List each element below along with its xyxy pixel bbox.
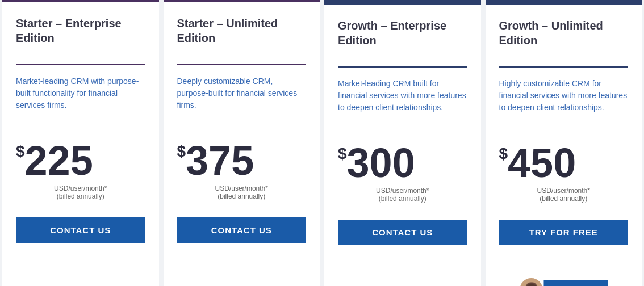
plan-title-starter-enterprise: Starter – Enterprise Edition [16,16,145,56]
pricing-grid: Starter – Enterprise Edition Market-lead… [0,0,644,286]
plan-description-starter-enterprise: Market-leading CRM with purpose-built fu… [16,75,145,127]
contact-us-button-starter-unlimited[interactable]: CONTACT US [177,217,307,243]
plan-price-row-starter-unlimited: $ 375 [177,140,254,181]
plan-title-starter-unlimited: Starter – Unlimited Edition [177,16,307,56]
plan-price-section-growth-enterprise: $ 300 USD/user/month*(billed annually) [338,142,467,203]
plan-price-section-starter-unlimited: $ 375 USD/user/month*(billed annually) [177,140,307,200]
plan-price-section-starter-enterprise: $ 225 USD/user/month*(billed annually) [16,140,145,200]
plan-divider-growth-enterprise [338,66,467,68]
plan-divider-growth-unlimited [499,66,629,68]
plan-divider-starter-unlimited [177,64,307,65]
chat-bubble[interactable]: 👩 LET'S CHAT [519,277,608,286]
price-dollar-growth-enterprise: $ [338,146,347,162]
plan-price-row-starter-enterprise: $ 225 [16,140,93,181]
plan-card-starter-enterprise: Starter – Enterprise Edition Market-lead… [2,0,159,286]
plan-description-growth-unlimited: Highly customizable CRM for financial se… [499,78,629,129]
plan-price-section-growth-unlimited: $ 450 USD/user/month*(billed annually) [499,142,629,203]
plan-description-growth-enterprise: Market-leading CRM built for financial s… [338,78,467,129]
chat-label[interactable]: LET'S CHAT [544,280,608,287]
plan-price-row-growth-unlimited: $ 450 [499,142,576,183]
price-amount-growth-unlimited: 450 [508,142,576,183]
plan-description-starter-unlimited: Deeply customizable CRM, purpose-built f… [177,75,307,127]
plan-title-growth-unlimited: Growth – Unlimited Edition [499,18,629,58]
plan-divider-starter-enterprise [16,64,145,65]
price-amount-growth-enterprise: 300 [347,142,415,183]
contact-us-button-growth-enterprise[interactable]: CONTACT US [338,220,467,245]
plan-card-growth-unlimited: Growth – Unlimited Edition Highly custom… [486,0,642,286]
price-dollar-starter-enterprise: $ [16,144,25,159]
price-billing-starter-enterprise: USD/user/month*(billed annually) [16,184,145,200]
plan-title-growth-enterprise: Growth – Enterprise Edition [338,18,467,58]
plan-card-starter-unlimited: Starter – Unlimited Edition Deeply custo… [164,0,320,286]
plan-card-growth-enterprise: Growth – Enterprise Edition Market-leadi… [324,0,481,286]
price-billing-growth-enterprise: USD/user/month*(billed annually) [338,187,467,203]
chat-avatar: 👩 [519,277,544,286]
plan-price-row-growth-enterprise: $ 300 [338,142,415,183]
price-billing-starter-unlimited: USD/user/month*(billed annually) [177,184,307,200]
price-dollar-growth-unlimited: $ [499,146,508,162]
price-amount-starter-unlimited: 375 [186,140,254,181]
price-dollar-starter-unlimited: $ [177,144,186,159]
try-free-button[interactable]: TRY FOR FREE [499,220,629,245]
price-billing-growth-unlimited: USD/user/month*(billed annually) [499,187,629,203]
price-amount-starter-enterprise: 225 [25,140,93,181]
contact-us-button-starter-enterprise[interactable]: CONTACT US [16,217,145,243]
